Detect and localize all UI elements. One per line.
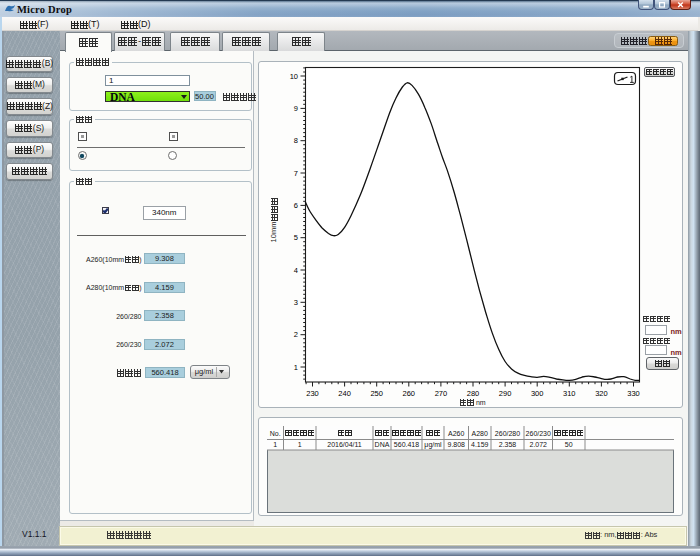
svg-text:1: 1 [294, 363, 298, 372]
svg-text:250: 250 [370, 389, 383, 398]
svg-text:7: 7 [294, 169, 298, 178]
svg-text:2: 2 [294, 330, 298, 339]
svg-text:DNA: DNA [375, 441, 390, 448]
svg-text:μg/ml: μg/ml [424, 441, 442, 449]
svg-text:320: 320 [595, 389, 608, 398]
svg-text:260: 260 [403, 389, 416, 398]
svg-text:2.358: 2.358 [499, 441, 517, 448]
svg-text:5: 5 [294, 233, 298, 242]
svg-text:300: 300 [531, 389, 544, 398]
svg-text:310: 310 [563, 389, 576, 398]
svg-text:280: 280 [467, 389, 480, 398]
svg-text:230: 230 [306, 389, 319, 398]
svg-text:560.418: 560.418 [394, 441, 419, 448]
svg-text:6: 6 [294, 201, 298, 210]
svg-text:9.808: 9.808 [447, 441, 465, 448]
svg-text:4: 4 [294, 266, 298, 275]
svg-text:270: 270 [435, 389, 448, 398]
svg-text:4.159: 4.159 [471, 441, 489, 448]
svg-text:50: 50 [565, 441, 573, 448]
svg-text:240: 240 [338, 389, 351, 398]
svg-text:330: 330 [627, 389, 640, 398]
svg-text:3: 3 [294, 298, 298, 307]
svg-text:8: 8 [294, 136, 298, 145]
svg-text:2.072: 2.072 [529, 441, 547, 448]
svg-text:2016/04/11: 2016/04/11 [327, 441, 362, 448]
svg-text:1: 1 [273, 441, 277, 448]
svg-text:10: 10 [290, 72, 298, 81]
svg-text:1: 1 [298, 441, 302, 448]
svg-text:9: 9 [294, 104, 298, 113]
svg-text:290: 290 [499, 389, 512, 398]
